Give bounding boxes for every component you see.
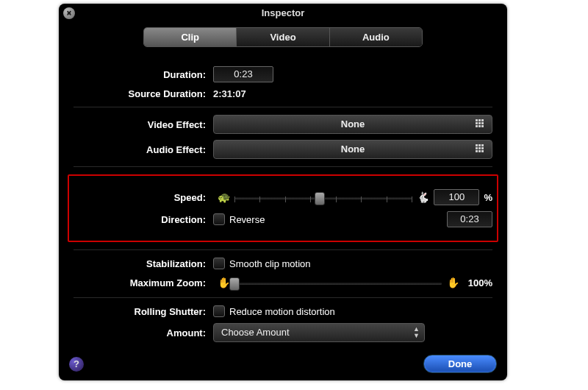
max-zoom-value: 100% [468,277,492,288]
stabilization-checkbox-label: Smooth clip motion [229,258,311,269]
video-effect-label: Video Effect: [74,119,213,130]
direction-time-field[interactable]: 0:23 [447,211,492,227]
done-button[interactable]: Done [423,355,497,373]
hand-icon: ✋ [442,277,464,288]
window-title: Inspector [262,7,305,18]
tab-audio[interactable]: Audio [329,28,422,46]
amount-value: Choose Amount [221,327,290,338]
tab-bar: Clip Video Audio [143,27,423,47]
titlebar: × Inspector [59,4,507,23]
audio-effect-label: Audio Effect: [74,144,213,155]
audio-effect-button[interactable]: None [213,140,492,159]
max-zoom-slider[interactable] [234,275,442,290]
source-duration-label: Source Duration: [74,88,213,99]
tab-video[interactable]: Video [236,28,329,46]
rabbit-icon: 🐇 [412,191,434,203]
amount-select[interactable]: Choose Amount ▲▼ [213,323,425,342]
amount-label: Amount: [74,327,213,338]
speed-value-field[interactable]: 100 [434,189,479,205]
updown-icon: ▲▼ [413,326,420,339]
reverse-checkbox-label: Reverse [229,214,447,225]
stabilization-label: Stabilization: [74,258,213,269]
close-button[interactable]: × [63,7,75,19]
max-zoom-label: Maximum Zoom: [74,277,213,288]
rolling-shutter-label: Rolling Shutter: [74,306,213,317]
tab-clip[interactable]: Clip [144,28,236,46]
speed-label: Speed: [74,192,213,203]
turtle-icon: 🐢 [213,191,234,203]
video-effect-value: None [341,118,365,130]
highlight-box: Speed: 🐢 🐇 100 % Direction: Reverse 0:23 [68,174,498,242]
help-button[interactable]: ? [69,357,84,372]
grid-icon [476,119,486,130]
video-effect-button[interactable]: None [213,115,492,134]
divider [74,297,492,298]
duration-label: Duration: [74,69,213,80]
grid-icon [476,144,486,155]
divider [74,249,492,250]
divider [74,166,492,167]
source-duration-value: 2:31:07 [213,88,246,99]
duration-field[interactable]: 0:23 [213,66,273,82]
panel: Duration: 0:23 Source Duration: 2:31:07 … [59,47,507,342]
speed-unit: % [484,192,492,203]
divider [74,107,492,107]
audio-effect-value: None [341,143,365,155]
reverse-checkbox[interactable] [213,213,225,225]
stabilization-checkbox[interactable] [213,258,225,269]
speed-slider[interactable] [234,190,412,205]
rolling-shutter-checkbox-label: Reduce motion distortion [229,306,335,317]
direction-label: Direction: [74,214,213,225]
inspector-window: × Inspector Clip Video Audio Duration: 0… [59,4,507,380]
rolling-shutter-checkbox[interactable] [213,305,225,317]
